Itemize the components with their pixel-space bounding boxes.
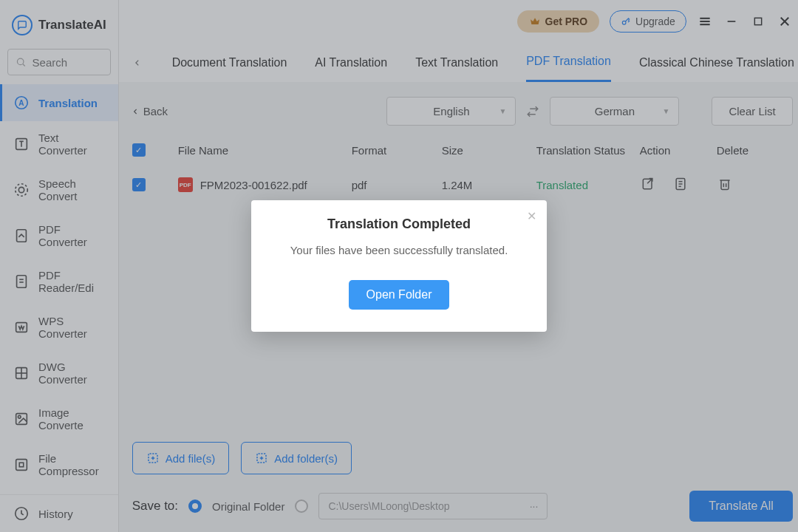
modal-message: Your files have been successfully transl… <box>272 242 526 259</box>
completion-modal: ✕ Translation Completed Your files have … <box>251 200 547 332</box>
modal-overlay[interactable]: ✕ Translation Completed Your files have … <box>0 0 798 532</box>
modal-close-button[interactable]: ✕ <box>527 209 536 223</box>
modal-title: Translation Completed <box>272 216 526 232</box>
open-folder-button[interactable]: Open Folder <box>349 280 450 310</box>
